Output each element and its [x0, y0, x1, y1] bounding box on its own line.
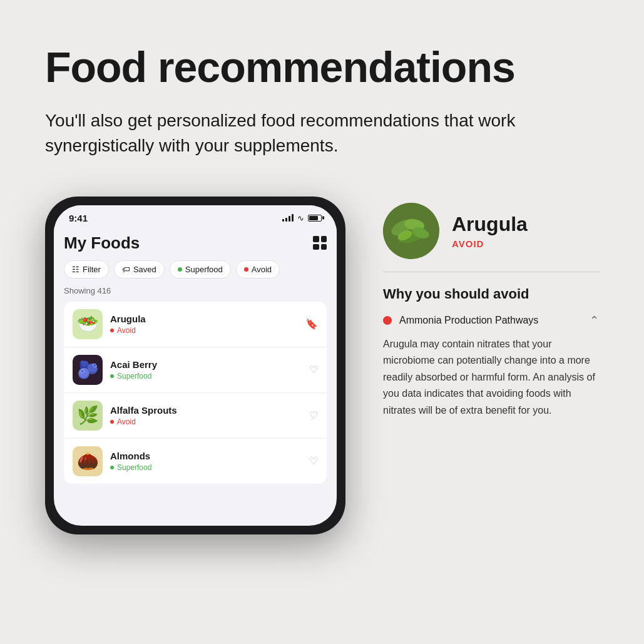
- reason-row: Ammonia Production Pathways ⌃: [383, 314, 599, 327]
- app-content: My Foods ☷ Filter: [54, 227, 337, 484]
- food-detail-image: [383, 203, 439, 259]
- food-image-almonds: 🌰: [73, 446, 103, 476]
- food-info-acai: Acai Berry Superfood: [110, 359, 309, 381]
- phone-screen: 9:41 ∿: [54, 205, 337, 526]
- bottom-section: 9:41 ∿: [45, 197, 599, 534]
- food-name: Acai Berry: [110, 359, 309, 370]
- superfood-dot-small: [110, 374, 114, 378]
- avoid-dot: [244, 267, 248, 272]
- showing-count: Showing 416: [64, 286, 327, 295]
- food-name: Almonds: [110, 451, 309, 461]
- bookmark-filled-icon[interactable]: 🔖: [305, 318, 318, 330]
- avoid-dot-small: [110, 329, 114, 332]
- app-title: My Foods: [64, 233, 140, 253]
- superfood-dot-small: [110, 466, 114, 469]
- battery-icon: [308, 215, 322, 222]
- filter-tab-superfood[interactable]: Superfood: [170, 260, 231, 279]
- header-section: Food recommendations You'll also get per…: [45, 44, 599, 159]
- food-list: 🥗 Arugula Avoid 🔖: [64, 302, 327, 484]
- status-icons: ∿: [282, 213, 322, 223]
- food-description: Arugula may contain nitrates that your m…: [383, 336, 599, 419]
- subtitle: You'll also get personalized food recomm…: [45, 108, 590, 159]
- reason-left: Ammonia Production Pathways: [383, 315, 538, 326]
- food-name: Alfalfa Sprouts: [110, 405, 309, 416]
- food-detail-panel: Arugula AVOID Why you should avoid Ammon…: [383, 197, 599, 419]
- app-header: My Foods: [64, 227, 327, 260]
- reason-dot: [383, 316, 392, 325]
- food-info-alfalfa: Alfalfa Sprouts Avoid: [110, 405, 309, 426]
- food-name: Arugula: [110, 314, 305, 324]
- status-time: 9:41: [69, 213, 88, 223]
- food-status: Avoid: [110, 326, 305, 335]
- food-detail-title: Arugula AVOID: [452, 213, 528, 249]
- bookmark-outline-icon[interactable]: ♡: [309, 455, 318, 467]
- filter-icon: ☷: [72, 265, 79, 274]
- main-title: Food recommendations: [45, 44, 599, 91]
- bookmark-outline-icon[interactable]: ♡: [309, 409, 318, 421]
- superfood-dot: [178, 267, 182, 272]
- food-info-almonds: Almonds Superfood: [110, 451, 309, 472]
- saved-label: Saved: [133, 265, 156, 274]
- list-item[interactable]: 🌰 Almonds Superfood ♡: [64, 439, 327, 484]
- svg-point-0: [383, 203, 439, 259]
- bookmark-outline-icon[interactable]: ♡: [309, 364, 318, 376]
- filter-tab-avoid[interactable]: Avoid: [236, 260, 280, 279]
- avoid-label: Avoid: [252, 265, 272, 274]
- wifi-icon: ∿: [297, 213, 304, 223]
- page: Food recommendations You'll also get per…: [0, 0, 644, 644]
- why-avoid-title: Why you should avoid: [383, 286, 599, 302]
- list-item[interactable]: 🫐 Acai Berry Superfood ♡: [64, 347, 327, 393]
- food-status: Superfood: [110, 372, 309, 381]
- food-detail-status: AVOID: [452, 238, 528, 249]
- food-status: Superfood: [110, 463, 309, 472]
- status-bar: 9:41 ∿: [54, 205, 337, 227]
- food-detail-name: Arugula: [452, 213, 528, 236]
- superfood-label: Superfood: [185, 265, 223, 274]
- food-info-arugula: Arugula Avoid: [110, 314, 305, 335]
- chevron-up-icon[interactable]: ⌃: [590, 314, 599, 327]
- food-detail-header: Arugula AVOID: [383, 203, 599, 259]
- list-item[interactable]: 🥗 Arugula Avoid 🔖: [64, 302, 327, 347]
- food-image-acai: 🫐: [73, 355, 103, 385]
- list-item[interactable]: 🌿 Alfalfa Sprouts Avoid ♡: [64, 393, 327, 439]
- phone-mockup: 9:41 ∿: [45, 197, 345, 534]
- avoid-dot-small: [110, 420, 114, 424]
- filter-tab-saved[interactable]: 🏷 Saved: [114, 260, 165, 279]
- signal-bars-icon: [282, 214, 294, 222]
- food-image-alfalfa: 🌿: [73, 401, 103, 431]
- filter-label: Filter: [83, 265, 101, 274]
- reason-text: Ammonia Production Pathways: [399, 315, 538, 326]
- grid-view-icon[interactable]: [313, 236, 327, 250]
- bookmark-icon: 🏷: [122, 265, 130, 274]
- filter-tab-filter[interactable]: ☷ Filter: [64, 260, 109, 279]
- filter-tabs: ☷ Filter 🏷 Saved Superfood: [64, 260, 327, 279]
- food-status: Avoid: [110, 417, 309, 426]
- divider: [383, 272, 599, 272]
- food-image-arugula: 🥗: [73, 309, 103, 339]
